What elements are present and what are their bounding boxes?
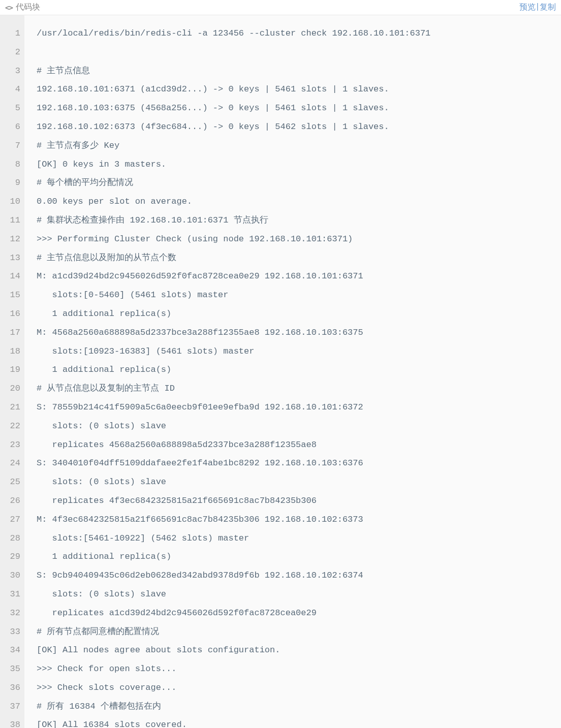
line-number: 6: [6, 118, 20, 137]
code-line: M: 4568a2560a688898a5d2337bce3a288f12355…: [37, 324, 549, 342]
code-line: 1 additional replica(s): [37, 361, 549, 379]
code-line: 192.168.10.103:6375 (4568a256...) -> 0 k…: [37, 99, 549, 118]
code-line: # 所有节点都同意槽的配置情况: [37, 623, 549, 642]
code-line: /usr/local/redis/bin/redis-cli -a 123456…: [37, 24, 549, 43]
line-number: 28: [6, 529, 20, 548]
code-line: [OK] 0 keys in 3 masters.: [37, 155, 549, 174]
line-number: 4: [6, 80, 20, 99]
line-number: 1: [6, 24, 20, 43]
copy-link[interactable]: 复制: [540, 2, 556, 13]
line-number: 30: [6, 566, 20, 585]
line-number: 21: [6, 398, 20, 417]
code-line: >>> Performing Cluster Check (using node…: [37, 230, 549, 249]
line-number: 7: [6, 137, 20, 155]
code-line: 1 additional replica(s): [37, 305, 549, 324]
code-line: # 集群状态检查操作由 192.168.10.101:6371 节点执行: [37, 211, 549, 230]
separator: |: [537, 2, 539, 13]
watermark: CSDN @milo.qu: [511, 722, 556, 728]
code-block: 1234567891011121314151617181920212223242…: [0, 15, 561, 728]
line-number: 11: [6, 211, 20, 230]
line-number: 29: [6, 548, 20, 566]
line-number: 24: [6, 454, 20, 473]
code-line: S: 9cb940409435c06d2eb0628ed342abd9378d9…: [37, 566, 549, 585]
code-line: >>> Check for open slots...: [37, 660, 549, 679]
code-icon: <>: [5, 4, 13, 12]
code-header: <> 代码块 预览 | 复制: [0, 0, 561, 15]
code-line: 192.168.10.101:6371 (a1cd39d2...) -> 0 k…: [37, 80, 549, 99]
line-number: 36: [6, 679, 20, 698]
line-number: 8: [6, 155, 20, 174]
code-line: S: 3404010f04dff5109ddafaee2fe1f4abe1bc8…: [37, 454, 549, 473]
line-number: 31: [6, 585, 20, 604]
code-viewer: <> 代码块 预览 | 复制 1234567891011121314151617…: [0, 0, 561, 728]
line-number: 15: [6, 286, 20, 305]
line-number: 35: [6, 660, 20, 679]
code-line: slots:[10923-16383] (5461 slots) master: [37, 342, 549, 361]
line-number: 20: [6, 379, 20, 398]
line-number: 25: [6, 473, 20, 492]
code-line: M: a1cd39d24bd2c9456026d592f0fac8728cea0…: [37, 267, 549, 286]
line-number: 2: [6, 43, 20, 62]
code-line: M: 4f3ec6842325815a21f665691c8ac7b84235b…: [37, 511, 549, 529]
code-line: replicates 4568a2560a688898a5d2337bce3a2…: [37, 436, 549, 455]
line-number: 33: [6, 623, 20, 642]
code-line: replicates a1cd39d24bd2c9456026d592f0fac…: [37, 604, 549, 623]
line-number: 16: [6, 305, 20, 324]
line-number: 18: [6, 342, 20, 361]
line-number: 34: [6, 641, 20, 660]
line-number: 32: [6, 604, 20, 623]
code-line: # 所有 16384 个槽都包括在内: [37, 698, 549, 716]
line-number: 37: [6, 698, 20, 716]
header-left: <> 代码块: [5, 2, 40, 13]
code-line: slots: (0 slots) slave: [37, 585, 549, 604]
line-number: 12: [6, 230, 20, 249]
code-line: S: 78559b214c41f5909a5c6a0eecb9f01ee9efb…: [37, 398, 549, 417]
code-line: 1 additional replica(s): [37, 548, 549, 566]
code-content[interactable]: /usr/local/redis/bin/redis-cli -a 123456…: [24, 15, 561, 728]
code-line: # 主节点有多少 Key: [37, 137, 549, 155]
line-number: 19: [6, 361, 20, 379]
code-line: [OK] All nodes agree about slots configu…: [37, 641, 549, 660]
line-number: 17: [6, 324, 20, 342]
preview-link[interactable]: 预览: [519, 2, 536, 13]
line-number: 13: [6, 249, 20, 268]
line-number: 3: [6, 62, 20, 81]
code-line: >>> Check slots coverage...: [37, 679, 549, 698]
header-actions: 预览 | 复制: [519, 2, 556, 13]
line-gutter: 1234567891011121314151617181920212223242…: [0, 15, 24, 728]
code-line: [OK] All 16384 slots covered.: [37, 716, 549, 728]
code-line: slots:[0-5460] (5461 slots) master: [37, 286, 549, 305]
code-line: # 主节点信息以及附加的从节点个数: [37, 249, 549, 268]
code-line: slots: (0 slots) slave: [37, 417, 549, 436]
code-line: replicates 4f3ec6842325815a21f665691c8ac…: [37, 492, 549, 511]
line-number: 26: [6, 492, 20, 511]
code-line: # 主节点信息: [37, 62, 549, 81]
code-line: slots:[5461-10922] (5462 slots) master: [37, 529, 549, 548]
code-line: # 从节点信息以及复制的主节点 ID: [37, 379, 549, 398]
code-line: # 每个槽的平均分配情况: [37, 174, 549, 193]
line-number: 5: [6, 99, 20, 118]
line-number: 22: [6, 417, 20, 436]
line-number: 38: [6, 716, 20, 728]
code-line: slots: (0 slots) slave: [37, 473, 549, 492]
line-number: 14: [6, 267, 20, 286]
code-block-title: 代码块: [16, 2, 40, 13]
code-line: 192.168.10.102:6373 (4f3ec684...) -> 0 k…: [37, 118, 549, 137]
line-number: 10: [6, 193, 20, 211]
line-number: 9: [6, 174, 20, 193]
line-number: 23: [6, 436, 20, 455]
line-number: 27: [6, 511, 20, 529]
code-line: 0.00 keys per slot on average.: [37, 193, 549, 211]
code-line: [37, 43, 549, 62]
